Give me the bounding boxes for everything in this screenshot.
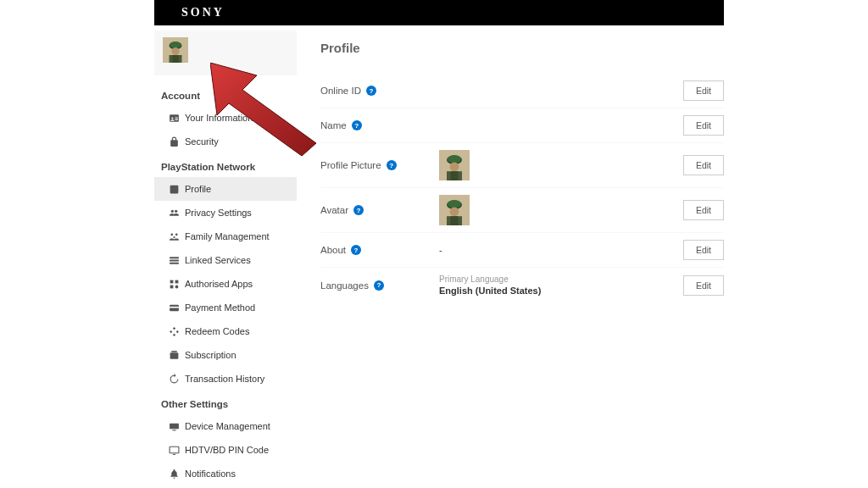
- sidebar-item-label: Linked Services: [185, 255, 251, 265]
- edit-button-avatar[interactable]: Edit: [683, 200, 724, 220]
- sidebar-avatar-box: [154, 30, 297, 75]
- row-about: About ? - Edit: [320, 233, 724, 268]
- user-avatar-icon: [163, 37, 188, 63]
- help-icon[interactable]: ?: [374, 280, 384, 291]
- svg-rect-21: [170, 352, 178, 359]
- privacy-icon: [168, 207, 180, 219]
- edit-button-languages[interactable]: Edit: [683, 275, 724, 296]
- history-icon: [168, 373, 180, 385]
- svg-rect-13: [170, 259, 179, 261]
- sidebar-item-label: Transaction History: [185, 374, 264, 384]
- edit-button-profile-picture[interactable]: Edit: [683, 155, 724, 175]
- sidebar-item-device-management[interactable]: Device Management: [154, 414, 297, 438]
- svg-rect-16: [175, 280, 178, 283]
- sidebar-item-privacy-settings[interactable]: Privacy Settings: [154, 201, 297, 225]
- svg-rect-17: [170, 285, 173, 288]
- sidebar-item-hdtv-pin[interactable]: HDTV/BD PIN Code: [154, 438, 297, 462]
- sidebar-item-notifications[interactable]: Notifications: [154, 462, 297, 485]
- redeem-icon: [168, 325, 180, 337]
- section-title-other: Other Settings: [154, 391, 297, 414]
- svg-point-30: [450, 162, 459, 171]
- family-icon: [168, 230, 180, 242]
- sidebar-item-label: HDTV/BD PIN Code: [185, 445, 269, 455]
- row-label: Avatar: [320, 205, 348, 215]
- device-icon: [168, 420, 180, 432]
- bell-icon: [168, 468, 180, 480]
- sidebar-item-profile[interactable]: Profile: [154, 177, 297, 201]
- row-label: Languages: [320, 280, 369, 291]
- svg-point-3: [172, 47, 180, 55]
- help-icon[interactable]: ?: [351, 245, 361, 255]
- svg-rect-14: [170, 262, 179, 263]
- svg-point-7: [170, 209, 173, 212]
- svg-rect-15: [170, 280, 173, 283]
- sidebar-item-label: Your Information: [185, 113, 253, 123]
- help-icon[interactable]: ?: [352, 120, 362, 130]
- row-value: [439, 150, 683, 180]
- sidebar-item-subscription[interactable]: Subscription: [154, 343, 297, 367]
- edit-button-name[interactable]: Edit: [683, 115, 724, 136]
- page-title: Profile: [320, 41, 724, 55]
- profile-icon: [168, 183, 180, 195]
- language-value: English (United States): [439, 286, 683, 296]
- top-header: SONY: [154, 0, 724, 25]
- svg-rect-20: [170, 306, 179, 308]
- profile-picture-thumb: [439, 150, 470, 180]
- brand-logo: SONY: [181, 6, 225, 19]
- row-value: -: [439, 245, 683, 255]
- row-label: Name: [320, 120, 347, 130]
- sidebar-item-label: Family Management: [185, 231, 270, 241]
- sidebar-item-label: Privacy Settings: [185, 208, 252, 218]
- svg-point-29: [448, 155, 461, 163]
- svg-point-35: [448, 200, 461, 208]
- sidebar-item-label: Payment Method: [185, 302, 255, 313]
- row-avatar: Avatar ? Edit: [320, 188, 724, 233]
- svg-rect-26: [172, 453, 175, 454]
- sidebar-item-transaction-history[interactable]: Transaction History: [154, 367, 297, 391]
- sidebar-item-your-information[interactable]: Your Information: [154, 106, 297, 130]
- help-icon[interactable]: ?: [366, 86, 376, 96]
- help-icon[interactable]: ?: [353, 205, 364, 215]
- badge-icon: [168, 112, 180, 124]
- svg-rect-22: [171, 351, 177, 352]
- avatar-thumb: [439, 195, 470, 225]
- svg-point-2: [170, 42, 181, 48]
- svg-rect-38: [451, 216, 459, 225]
- row-value: Primary Language English (United States): [439, 274, 683, 296]
- row-languages: Languages ? Primary Language English (Un…: [320, 268, 724, 302]
- svg-rect-23: [170, 423, 179, 429]
- edit-button-online-id[interactable]: Edit: [683, 80, 724, 101]
- sidebar-item-label: Subscription: [185, 350, 236, 360]
- svg-rect-24: [172, 430, 175, 430]
- row-name: Name ? Edit: [320, 108, 724, 143]
- row-label: About: [320, 245, 346, 255]
- sidebar-item-authorised-apps[interactable]: Authorised Apps: [154, 272, 297, 296]
- svg-point-18: [175, 285, 178, 288]
- svg-point-36: [450, 207, 459, 216]
- sidebar-item-label: Profile: [185, 184, 211, 194]
- tv-icon: [168, 444, 180, 456]
- sidebar-item-label: Notifications: [185, 469, 236, 479]
- sidebar-item-label: Security: [185, 136, 219, 147]
- svg-rect-25: [170, 446, 179, 453]
- apps-icon: [168, 278, 180, 290]
- card-icon: [168, 302, 180, 313]
- help-icon[interactable]: ?: [387, 160, 397, 170]
- lock-icon: [168, 136, 180, 147]
- sidebar-item-redeem-codes[interactable]: Redeem Codes: [154, 319, 297, 343]
- sidebar-item-payment-method[interactable]: Payment Method: [154, 296, 297, 319]
- subscription-icon: [168, 349, 180, 361]
- row-profile-picture: Profile Picture ? Edit: [320, 143, 724, 188]
- link-icon: [168, 254, 180, 266]
- main-content: Profile Online ID ? Edit Name ? Edit: [297, 30, 724, 488]
- svg-rect-12: [170, 257, 179, 258]
- sidebar-item-linked-services[interactable]: Linked Services: [154, 248, 297, 272]
- sidebar-item-label: Authorised Apps: [185, 279, 253, 289]
- sidebar-item-family-management[interactable]: Family Management: [154, 225, 297, 248]
- svg-rect-5: [172, 55, 179, 63]
- row-label: Profile Picture: [320, 160, 381, 170]
- sidebar-item-label: Redeem Codes: [185, 326, 249, 336]
- row-value: [439, 195, 683, 225]
- edit-button-about[interactable]: Edit: [683, 240, 724, 260]
- sidebar-item-security[interactable]: Security: [154, 130, 297, 153]
